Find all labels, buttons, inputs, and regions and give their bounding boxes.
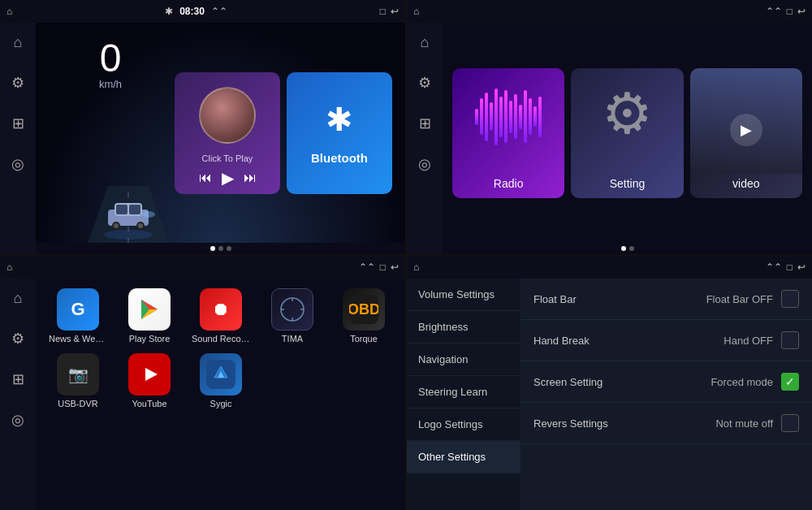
sidebar-3-nav[interactable]: ◎ [5, 407, 31, 433]
dot-2[interactable] [218, 246, 223, 251]
bluetooth-card[interactable]: ✱ Bluetooth [287, 72, 392, 194]
window-2-icon[interactable]: □ [787, 6, 793, 17]
music-card[interactable]: Click To Play ⏮ ▶ ⏭ [175, 72, 280, 194]
next-btn[interactable]: ⏭ [244, 171, 257, 185]
menu-logo[interactable]: Logo Settings [407, 408, 520, 441]
back-2-icon[interactable]: ↩ [797, 6, 806, 17]
revers-settings-checkbox[interactable] [781, 414, 799, 432]
sidebar-2: ⌂ ⚙ ⊞ ◎ [407, 23, 443, 254]
app-news-icon: G [57, 288, 99, 331]
status-time: 08:30 [179, 6, 205, 17]
sidebar-home-icon[interactable]: ⌂ [5, 29, 31, 55]
panel-media: ⌂ ⌃⌃ □ ↩ ⌂ ⚙ ⊞ ◎ [407, 0, 812, 254]
hand-break-label: Hand Break [533, 335, 723, 347]
tile-radio[interactable]: Radio [452, 68, 564, 198]
panel-apps: ⌂ ⌃⌃ □ ↩ ⌂ ⚙ ⊞ ◎ G News & Weath. [0, 256, 405, 510]
car-road-area [71, 137, 185, 243]
music-avatar [199, 87, 256, 144]
media-cards: Click To Play ⏮ ▶ ⏭ ✱ Bluetooth [175, 29, 392, 236]
app-playstore-label: Play Store [120, 334, 179, 344]
sidebar-grid-icon[interactable]: ⊞ [5, 110, 31, 136]
back-3-icon[interactable]: ↩ [391, 261, 399, 273]
status-3-left: ⌂ [6, 261, 12, 273]
tile-video[interactable]: ▶ video [690, 68, 802, 198]
app-youtube[interactable]: YouTube [120, 353, 179, 408]
app-playstore[interactable]: Play Store [120, 288, 179, 344]
sidebar-settings-icon[interactable]: ⚙ [5, 70, 31, 96]
back-4-icon[interactable]: ↩ [797, 261, 806, 273]
status-right-icons: □ ↩ [380, 6, 399, 17]
dot-2-2[interactable] [629, 246, 634, 251]
app-dvr[interactable]: 📷 USB-DVR [49, 353, 107, 408]
float-bar-checkbox[interactable] [781, 290, 799, 308]
bluetooth-icon: ✱ [326, 101, 353, 138]
home-3-icon[interactable]: ⌂ [6, 261, 12, 273]
app-sygic[interactable]: Sygic [192, 353, 250, 408]
app-torque[interactable]: OBD Torque [335, 288, 393, 344]
main-content-1: 0 km/h Click To Play ⏮ ▶ ⏭ [36, 23, 405, 254]
sidebar-1: ⌂ ⚙ ⊞ ◎ [0, 23, 36, 254]
dot-2-1[interactable] [621, 246, 626, 251]
svg-rect-6 [129, 205, 140, 214]
app-recorder-icon: ⏺ [200, 288, 242, 331]
dot-1[interactable] [210, 246, 215, 251]
settings-row-revers: Revers Settings Not mute off [520, 403, 812, 444]
menu-steering[interactable]: Steering Learn [407, 376, 520, 408]
hand-break-checkbox[interactable] [781, 331, 799, 349]
prev-btn[interactable]: ⏮ [199, 171, 212, 185]
panel-3-body: ⌂ ⚙ ⊞ ◎ G News & Weath... [0, 279, 405, 510]
sidebar-2-nav[interactable]: ◎ [412, 151, 438, 177]
settings-area: Volume Settings Brightness Navigation St… [407, 279, 812, 510]
tile-video-label: video [732, 177, 759, 190]
app-recorder[interactable]: ⏺ Sound Recorder [192, 288, 250, 344]
menu-volume[interactable]: Volume Settings [407, 279, 520, 311]
svg-point-8 [114, 223, 119, 228]
app-youtube-label: YouTube [120, 399, 179, 408]
status-left-icons: ⌂ [6, 6, 12, 17]
status-2-left: ⌂ [413, 6, 419, 17]
settings-sidebar: Volume Settings Brightness Navigation St… [407, 279, 520, 510]
float-bar-value: Float Bar OFF [706, 293, 773, 305]
play-btn[interactable]: ▶ [222, 168, 234, 188]
app-news[interactable]: G News & Weath... [49, 288, 107, 344]
sidebar-2-grid[interactable]: ⊞ [412, 110, 438, 136]
window-icon[interactable]: □ [380, 6, 386, 17]
sidebar-nav-icon[interactable]: ◎ [5, 151, 31, 177]
screen-setting-checkbox[interactable] [781, 373, 799, 391]
hand-break-value: Hand OFF [723, 335, 773, 347]
revers-settings-label: Revers Settings [533, 417, 715, 430]
panel-dashboard: ⌂ ✱ 08:30 ⌃⌃ □ ↩ ⌂ ⚙ ⊞ ◎ [0, 0, 405, 254]
svg-rect-5 [116, 205, 127, 214]
home-4-icon[interactable]: ⌂ [413, 261, 419, 273]
main-content-2: Radio ⚙ Setting ▶ video [443, 23, 812, 254]
dot-3[interactable] [227, 246, 231, 251]
expand-icon: ⌃⌃ [211, 6, 227, 17]
menu-navigation[interactable]: Navigation [407, 344, 520, 376]
menu-brightness[interactable]: Brightness [407, 311, 520, 344]
home-2-icon[interactable]: ⌂ [413, 6, 419, 17]
app-row-1: G News & Weath... Play Store [49, 288, 392, 344]
sidebar-3-grid[interactable]: ⊞ [5, 366, 31, 392]
bluetooth-label: Bluetooth [311, 151, 368, 165]
window-3-icon[interactable]: □ [380, 261, 386, 273]
sidebar-2-settings[interactable]: ⚙ [412, 70, 438, 96]
window-4-icon[interactable]: □ [787, 261, 793, 273]
sidebar-3-settings[interactable]: ⚙ [5, 326, 31, 352]
menu-other[interactable]: Other Settings [407, 441, 520, 473]
sidebar-3-home[interactable]: ⌂ [5, 285, 31, 311]
dots-bar-1 [36, 243, 405, 254]
app-dvr-label: USB-DVR [49, 399, 107, 408]
car-background: 0 km/h Click To Play ⏮ ▶ ⏭ [36, 23, 405, 243]
app-row-2: 📷 USB-DVR YouTube [49, 353, 392, 408]
app-tima[interactable]: TIMA [263, 288, 322, 344]
back-icon[interactable]: ↩ [391, 6, 399, 17]
sidebar-2-home[interactable]: ⌂ [412, 29, 438, 55]
app-grid: G News & Weath... Play Store [36, 279, 405, 510]
speed-section: 0 km/h [78, 39, 143, 90]
home-status-icon[interactable]: ⌂ [6, 6, 12, 17]
svg-point-10 [138, 223, 143, 228]
app-news-label: News & Weath... [49, 334, 107, 344]
screen-setting-value: Forced mode [710, 376, 773, 388]
svg-point-2 [104, 230, 153, 240]
tile-setting[interactable]: ⚙ Setting [571, 68, 683, 198]
